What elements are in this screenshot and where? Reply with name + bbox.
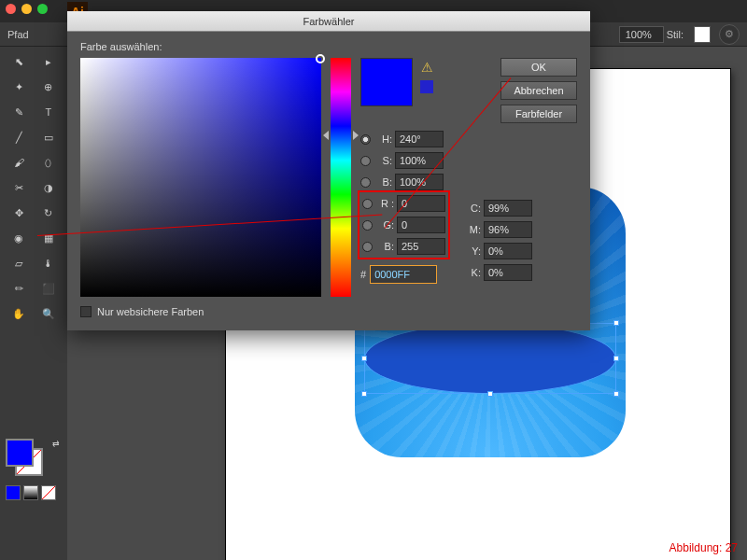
control-label: Pfad [7, 29, 29, 40]
tool-9[interactable]: ⬯ [35, 151, 63, 174]
cancel-button[interactable]: Abbrechen [500, 81, 577, 100]
bv-field[interactable] [395, 174, 444, 190]
tool-20[interactable]: ✋ [6, 302, 33, 325]
tool-17[interactable]: 🌡 [35, 252, 63, 274]
websafe-checkbox[interactable] [80, 306, 92, 317]
fill-stroke-swatches[interactable]: ⇄ [6, 439, 41, 474]
close-icon[interactable] [6, 4, 16, 14]
choose-color-label: Farbe auswählen: [80, 41, 577, 52]
tool-0[interactable]: ⬉ [6, 50, 33, 73]
tool-12[interactable]: ✥ [6, 202, 33, 224]
tool-21[interactable]: 🔍 [35, 302, 63, 325]
tool-5[interactable]: T [35, 101, 63, 123]
sv-cursor-icon[interactable] [316, 54, 325, 63]
gradient-mode-button[interactable] [23, 485, 38, 500]
r-radio[interactable] [362, 199, 373, 209]
fill-swatch[interactable] [6, 439, 34, 467]
tool-3[interactable]: ⊕ [35, 76, 63, 98]
gear-icon[interactable]: ⚙ [719, 24, 740, 45]
b-field[interactable] [397, 238, 445, 255]
tool-4[interactable]: ✎ [6, 101, 33, 123]
selected-ellipse[interactable] [364, 323, 616, 394]
h-radio[interactable] [360, 134, 371, 145]
tool-6[interactable]: ╱ [6, 126, 33, 148]
tool-7[interactable]: ▭ [35, 126, 63, 148]
tool-13[interactable]: ↻ [35, 202, 63, 224]
maximize-icon[interactable] [37, 4, 48, 14]
k-field[interactable] [484, 264, 532, 281]
tool-14[interactable]: ◉ [6, 227, 33, 249]
out-of-gamut-icon[interactable]: ⚠ [421, 60, 433, 75]
style-swatch[interactable] [694, 26, 711, 43]
h-field[interactable] [395, 131, 444, 147]
bb-radio[interactable] [362, 242, 373, 252]
ok-button[interactable]: OK [500, 58, 577, 77]
tool-11[interactable]: ◑ [35, 176, 63, 199]
gamut-swatch[interactable] [420, 80, 433, 93]
color-mode-button[interactable] [6, 485, 21, 500]
color-preview [360, 58, 413, 106]
tool-15[interactable]: ▦ [35, 227, 63, 249]
tools-panel: ⬉▸✦⊕✎T╱▭🖌⬯✂◑✥↻◉▦▱🌡✏⬛✋🔍 ⇄ [0, 47, 67, 560]
tool-8[interactable]: 🖌 [6, 151, 33, 174]
tool-10[interactable]: ✂ [6, 176, 33, 199]
style-label: Stil: [667, 29, 684, 40]
zoom-field[interactable] [619, 26, 664, 43]
dialog-title: Farbwähler [67, 11, 590, 32]
m-field[interactable] [484, 221, 532, 238]
hue-slider[interactable] [331, 58, 351, 297]
tool-18[interactable]: ✏ [6, 277, 33, 300]
tool-19[interactable]: ⬛ [35, 277, 63, 300]
swap-fill-stroke-icon[interactable]: ⇄ [52, 439, 60, 448]
c-field[interactable] [484, 200, 532, 217]
rgb-highlight-box: R : G: B: [358, 190, 450, 259]
none-mode-button[interactable] [41, 485, 56, 500]
tool-16[interactable]: ▱ [6, 252, 33, 274]
swatches-button[interactable]: Farbfelder [500, 105, 577, 123]
g-radio[interactable] [362, 220, 373, 231]
minimize-icon[interactable] [21, 4, 32, 14]
tool-1[interactable]: ▸ [35, 50, 63, 73]
figure-caption: Abbildung: 27 [669, 541, 738, 554]
y-field[interactable] [484, 243, 532, 259]
g-field[interactable] [397, 217, 445, 233]
color-picker-dialog: Farbwähler Farbe auswählen: ⚠ OK [67, 11, 590, 330]
saturation-value-field[interactable] [80, 58, 321, 297]
window-traffic-lights[interactable] [6, 4, 48, 14]
s-radio[interactable] [360, 156, 371, 166]
hex-field[interactable] [370, 265, 437, 284]
tool-2[interactable]: ✦ [6, 76, 33, 98]
websafe-label: Nur websichere Farben [97, 306, 204, 317]
b-radio[interactable] [360, 177, 371, 188]
